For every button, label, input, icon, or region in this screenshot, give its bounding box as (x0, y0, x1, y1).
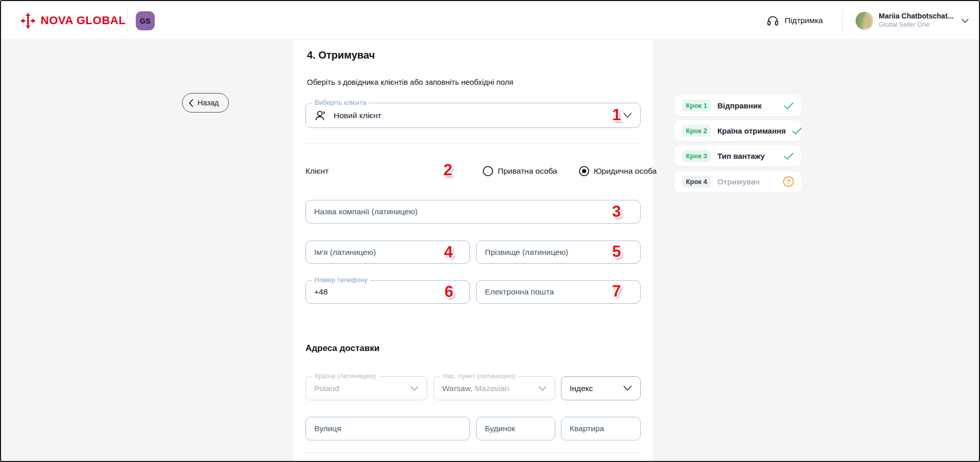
chevron-down-icon (538, 386, 547, 391)
client-select-label: Виберіть клієнта (312, 99, 369, 106)
client-type-radio-group: Приватна особа Юридична особа (483, 166, 657, 176)
header-divider (127, 8, 128, 33)
last-name-placeholder: Прізвище (латиницею) (485, 248, 568, 257)
headphones-icon (766, 14, 779, 27)
city-dropdown: Нас. пункт (латиницею) Warsaw, Mazovian (433, 376, 555, 400)
email-input[interactable]: Електронна пошта (476, 280, 641, 304)
user-name: Mariia Chatbotschat... (879, 12, 953, 21)
client-select[interactable]: Виберіть клієнта Новий клієнт (305, 103, 641, 128)
support-label: Підтримка (785, 16, 823, 25)
last-name-input[interactable]: Прізвище (латиницею) (476, 241, 641, 264)
city-label: Нас. пункт (латиницею) (440, 372, 518, 380)
step-3-badge: Крок 3 (682, 150, 711, 162)
back-button-label: Назад (197, 99, 219, 107)
step-card-2[interactable]: Крок 2 Країна отримання (675, 120, 801, 141)
step-card-1[interactable]: Крок 1 Відправник (675, 95, 801, 116)
nova-global-arrows-icon (21, 13, 35, 29)
client-select-value: Новий клієнт (334, 111, 382, 120)
apartment-input[interactable]: Квартира (561, 417, 641, 440)
street-input[interactable]: Вулиця (305, 417, 470, 440)
step-1-title: Відправник (717, 101, 761, 110)
step-card-4[interactable]: Крок 4 Отримувач ? (675, 171, 801, 192)
check-icon (784, 152, 794, 160)
org-badge[interactable]: GS (136, 11, 155, 30)
country-dropdown: Країна (латиницею) Poland (305, 376, 427, 400)
page-subtitle: Оберіть з довідника клієнтів або заповні… (307, 78, 513, 86)
section-divider (305, 143, 641, 144)
company-name-input[interactable]: Назва компанії (латиницею) (305, 200, 641, 224)
step-4-badge: Крок 4 (682, 176, 711, 188)
first-name-input[interactable]: Ім'я (латиницею) (305, 241, 470, 264)
building-placeholder: Будинок (485, 424, 515, 433)
step-card-3[interactable]: Крок 3 Тип вантажу (675, 145, 801, 167)
step-3-title: Тип вантажу (717, 152, 765, 160)
building-input[interactable]: Будинок (476, 417, 555, 440)
company-name-placeholder: Назва компанії (латиницею) (314, 207, 418, 216)
step-2-title: Країна отримання (717, 126, 786, 135)
postal-index-dropdown[interactable]: Індекс (561, 376, 641, 400)
step-4-title: Отримувач (717, 177, 759, 186)
logo-text: NOVA GLOBAL (41, 14, 126, 27)
chevron-down-icon (410, 386, 419, 391)
address-section-title: Адреса доставки (305, 343, 379, 354)
question-mark-icon: ? (783, 176, 794, 187)
index-placeholder: Індекс (570, 384, 593, 393)
user-menu[interactable]: Mariia Chatbotschat... Global Seller One (856, 1, 969, 40)
city-value-primary: Warsaw, (442, 384, 473, 393)
country-value: Poland (314, 384, 339, 393)
radio-legal-label: Юридична особа (594, 167, 657, 176)
person-add-icon (314, 109, 328, 122)
radio-private-label: Приватна особа (498, 167, 557, 176)
phone-value: +48 (314, 287, 328, 297)
app-window: NOVA GLOBAL GS Підтримка Mariia Chatbots… (0, 0, 980, 462)
first-name-placeholder: Ім'я (латиницею) (314, 248, 376, 257)
back-button[interactable]: Назад (182, 93, 229, 113)
phone-input[interactable]: Номер телефону +48 (305, 280, 470, 304)
bottom-divider (305, 452, 641, 453)
check-icon (792, 127, 802, 135)
phone-label: Номер телефону (312, 276, 370, 284)
street-placeholder: Вулиця (314, 424, 341, 433)
header-divider-2 (842, 8, 843, 33)
step-2-badge: Крок 2 (682, 125, 711, 137)
country-label: Країна (латиницею) (312, 372, 378, 380)
radio-circle-unselected[interactable] (483, 166, 493, 176)
check-icon (784, 102, 794, 110)
email-placeholder: Електронна пошта (485, 287, 554, 297)
client-section-label: Клієнт (305, 167, 329, 176)
top-header: NOVA GLOBAL GS Підтримка Mariia Chatbots… (1, 1, 979, 40)
avatar (856, 12, 874, 30)
radio-private-person[interactable]: Приватна особа (483, 166, 557, 176)
radio-legal-entity[interactable]: Юридична особа (579, 166, 657, 176)
step-1-badge: Крок 1 (682, 100, 711, 112)
chevron-down-icon (961, 19, 969, 23)
support-button[interactable]: Підтримка (766, 1, 823, 40)
city-value-secondary: Mazovian (475, 384, 509, 393)
chevron-down-icon (623, 113, 632, 118)
apartment-placeholder: Квартира (570, 424, 604, 433)
user-org: Global Seller One (879, 21, 953, 29)
radio-circle-selected[interactable] (579, 166, 589, 176)
chevron-left-icon (189, 99, 193, 107)
chevron-down-icon (623, 385, 632, 391)
page-title: 4. Отримувач (307, 49, 375, 61)
logo[interactable]: NOVA GLOBAL (21, 1, 126, 40)
